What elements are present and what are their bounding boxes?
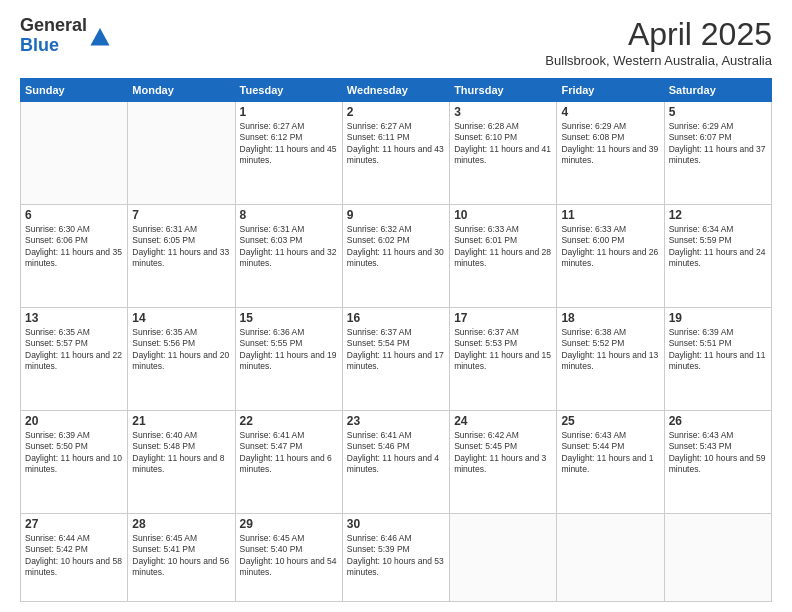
weekday-header-row: Sunday Monday Tuesday Wednesday Thursday…: [21, 79, 772, 102]
table-row: 24Sunrise: 6:42 AM Sunset: 5:45 PM Dayli…: [450, 411, 557, 514]
day-info: Sunrise: 6:41 AM Sunset: 5:46 PM Dayligh…: [347, 430, 445, 476]
day-number: 13: [25, 311, 123, 325]
day-info: Sunrise: 6:37 AM Sunset: 5:53 PM Dayligh…: [454, 327, 552, 373]
day-number: 6: [25, 208, 123, 222]
day-info: Sunrise: 6:31 AM Sunset: 6:03 PM Dayligh…: [240, 224, 338, 270]
table-row: 23Sunrise: 6:41 AM Sunset: 5:46 PM Dayli…: [342, 411, 449, 514]
table-row: 9Sunrise: 6:32 AM Sunset: 6:02 PM Daylig…: [342, 205, 449, 308]
table-row: 19Sunrise: 6:39 AM Sunset: 5:51 PM Dayli…: [664, 308, 771, 411]
table-row: 7Sunrise: 6:31 AM Sunset: 6:05 PM Daylig…: [128, 205, 235, 308]
table-row: 20Sunrise: 6:39 AM Sunset: 5:50 PM Dayli…: [21, 411, 128, 514]
header: General Blue April 2025 Bullsbrook, West…: [20, 16, 772, 68]
day-number: 25: [561, 414, 659, 428]
day-number: 8: [240, 208, 338, 222]
day-info: Sunrise: 6:42 AM Sunset: 5:45 PM Dayligh…: [454, 430, 552, 476]
day-number: 23: [347, 414, 445, 428]
table-row: 13Sunrise: 6:35 AM Sunset: 5:57 PM Dayli…: [21, 308, 128, 411]
logo: General Blue: [20, 16, 111, 56]
day-number: 16: [347, 311, 445, 325]
header-saturday: Saturday: [664, 79, 771, 102]
day-info: Sunrise: 6:45 AM Sunset: 5:41 PM Dayligh…: [132, 533, 230, 579]
table-row: 6Sunrise: 6:30 AM Sunset: 6:06 PM Daylig…: [21, 205, 128, 308]
table-row: [21, 102, 128, 205]
day-info: Sunrise: 6:41 AM Sunset: 5:47 PM Dayligh…: [240, 430, 338, 476]
day-number: 28: [132, 517, 230, 531]
header-sunday: Sunday: [21, 79, 128, 102]
day-number: 10: [454, 208, 552, 222]
table-row: 2Sunrise: 6:27 AM Sunset: 6:11 PM Daylig…: [342, 102, 449, 205]
day-info: Sunrise: 6:29 AM Sunset: 6:08 PM Dayligh…: [561, 121, 659, 167]
day-info: Sunrise: 6:36 AM Sunset: 5:55 PM Dayligh…: [240, 327, 338, 373]
day-info: Sunrise: 6:35 AM Sunset: 5:57 PM Dayligh…: [25, 327, 123, 373]
table-row: 5Sunrise: 6:29 AM Sunset: 6:07 PM Daylig…: [664, 102, 771, 205]
day-info: Sunrise: 6:39 AM Sunset: 5:51 PM Dayligh…: [669, 327, 767, 373]
title-block: April 2025 Bullsbrook, Western Australia…: [545, 16, 772, 68]
header-tuesday: Tuesday: [235, 79, 342, 102]
day-number: 20: [25, 414, 123, 428]
day-number: 1: [240, 105, 338, 119]
month-title: April 2025: [545, 16, 772, 53]
day-info: Sunrise: 6:38 AM Sunset: 5:52 PM Dayligh…: [561, 327, 659, 373]
header-monday: Monday: [128, 79, 235, 102]
day-info: Sunrise: 6:30 AM Sunset: 6:06 PM Dayligh…: [25, 224, 123, 270]
calendar: Sunday Monday Tuesday Wednesday Thursday…: [20, 78, 772, 602]
day-info: Sunrise: 6:33 AM Sunset: 6:00 PM Dayligh…: [561, 224, 659, 270]
table-row: 22Sunrise: 6:41 AM Sunset: 5:47 PM Dayli…: [235, 411, 342, 514]
table-row: 10Sunrise: 6:33 AM Sunset: 6:01 PM Dayli…: [450, 205, 557, 308]
table-row: 28Sunrise: 6:45 AM Sunset: 5:41 PM Dayli…: [128, 514, 235, 602]
day-number: 14: [132, 311, 230, 325]
day-number: 9: [347, 208, 445, 222]
svg-marker-0: [91, 28, 110, 46]
table-row: 11Sunrise: 6:33 AM Sunset: 6:00 PM Dayli…: [557, 205, 664, 308]
day-info: Sunrise: 6:43 AM Sunset: 5:44 PM Dayligh…: [561, 430, 659, 476]
header-thursday: Thursday: [450, 79, 557, 102]
table-row: 26Sunrise: 6:43 AM Sunset: 5:43 PM Dayli…: [664, 411, 771, 514]
day-info: Sunrise: 6:37 AM Sunset: 5:54 PM Dayligh…: [347, 327, 445, 373]
day-number: 3: [454, 105, 552, 119]
table-row: 17Sunrise: 6:37 AM Sunset: 5:53 PM Dayli…: [450, 308, 557, 411]
day-number: 30: [347, 517, 445, 531]
table-row: 21Sunrise: 6:40 AM Sunset: 5:48 PM Dayli…: [128, 411, 235, 514]
table-row: [450, 514, 557, 602]
day-number: 29: [240, 517, 338, 531]
day-info: Sunrise: 6:44 AM Sunset: 5:42 PM Dayligh…: [25, 533, 123, 579]
location: Bullsbrook, Western Australia, Australia: [545, 53, 772, 68]
table-row: 14Sunrise: 6:35 AM Sunset: 5:56 PM Dayli…: [128, 308, 235, 411]
page: General Blue April 2025 Bullsbrook, West…: [0, 0, 792, 612]
day-info: Sunrise: 6:43 AM Sunset: 5:43 PM Dayligh…: [669, 430, 767, 476]
day-number: 5: [669, 105, 767, 119]
table-row: [664, 514, 771, 602]
day-info: Sunrise: 6:29 AM Sunset: 6:07 PM Dayligh…: [669, 121, 767, 167]
day-number: 27: [25, 517, 123, 531]
day-number: 22: [240, 414, 338, 428]
day-number: 26: [669, 414, 767, 428]
day-info: Sunrise: 6:28 AM Sunset: 6:10 PM Dayligh…: [454, 121, 552, 167]
header-friday: Friday: [557, 79, 664, 102]
logo-text: General Blue: [20, 16, 87, 56]
day-number: 2: [347, 105, 445, 119]
table-row: 8Sunrise: 6:31 AM Sunset: 6:03 PM Daylig…: [235, 205, 342, 308]
header-wednesday: Wednesday: [342, 79, 449, 102]
table-row: 3Sunrise: 6:28 AM Sunset: 6:10 PM Daylig…: [450, 102, 557, 205]
table-row: 18Sunrise: 6:38 AM Sunset: 5:52 PM Dayli…: [557, 308, 664, 411]
day-number: 18: [561, 311, 659, 325]
day-number: 24: [454, 414, 552, 428]
day-info: Sunrise: 6:27 AM Sunset: 6:12 PM Dayligh…: [240, 121, 338, 167]
day-info: Sunrise: 6:46 AM Sunset: 5:39 PM Dayligh…: [347, 533, 445, 579]
table-row: [128, 102, 235, 205]
table-row: 30Sunrise: 6:46 AM Sunset: 5:39 PM Dayli…: [342, 514, 449, 602]
table-row: 29Sunrise: 6:45 AM Sunset: 5:40 PM Dayli…: [235, 514, 342, 602]
day-number: 15: [240, 311, 338, 325]
table-row: 12Sunrise: 6:34 AM Sunset: 5:59 PM Dayli…: [664, 205, 771, 308]
logo-general: General: [20, 15, 87, 35]
day-info: Sunrise: 6:35 AM Sunset: 5:56 PM Dayligh…: [132, 327, 230, 373]
day-info: Sunrise: 6:34 AM Sunset: 5:59 PM Dayligh…: [669, 224, 767, 270]
day-number: 4: [561, 105, 659, 119]
day-number: 17: [454, 311, 552, 325]
day-number: 19: [669, 311, 767, 325]
table-row: 4Sunrise: 6:29 AM Sunset: 6:08 PM Daylig…: [557, 102, 664, 205]
day-info: Sunrise: 6:27 AM Sunset: 6:11 PM Dayligh…: [347, 121, 445, 167]
day-number: 12: [669, 208, 767, 222]
day-info: Sunrise: 6:31 AM Sunset: 6:05 PM Dayligh…: [132, 224, 230, 270]
day-info: Sunrise: 6:39 AM Sunset: 5:50 PM Dayligh…: [25, 430, 123, 476]
